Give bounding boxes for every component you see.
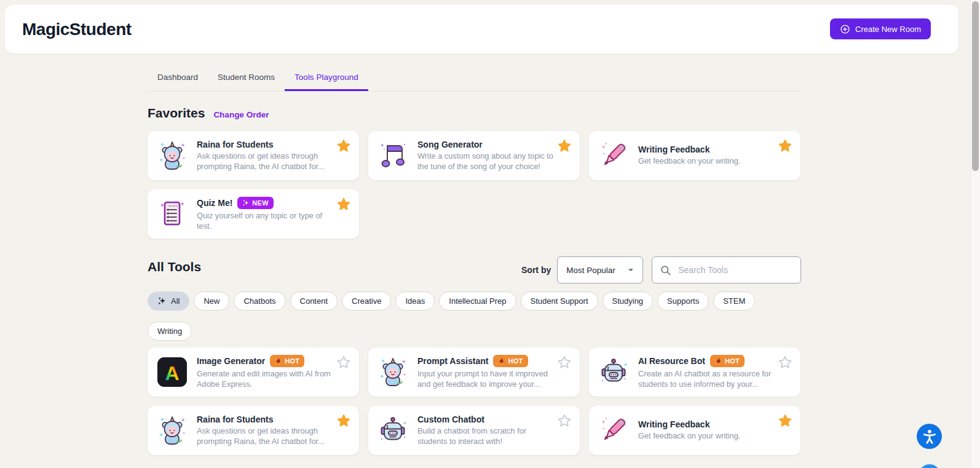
quiz-sheet-icon bbox=[156, 198, 188, 230]
badge-label: HOT bbox=[725, 357, 740, 365]
tool-card[interactable]: Raina for Students Ask questions or get … bbox=[148, 406, 359, 455]
badge-label: NEW bbox=[252, 199, 269, 207]
favorite-star-button[interactable] bbox=[336, 138, 351, 153]
tab[interactable]: Student Rooms bbox=[208, 69, 285, 91]
flame-icon bbox=[275, 357, 282, 365]
tool-card[interactable]: A Image Generator HOT Generate and edit … bbox=[148, 347, 359, 397]
raina-avatar-icon bbox=[377, 356, 409, 388]
filter-chip-label: Student Support bbox=[531, 296, 588, 306]
tool-title: AI Resource Bot bbox=[638, 356, 705, 366]
star-icon bbox=[778, 421, 792, 430]
favorite-star-button[interactable] bbox=[778, 138, 792, 153]
robot-icon bbox=[377, 414, 409, 446]
filter-chip[interactable]: Studying bbox=[603, 292, 654, 311]
filter-chip[interactable]: Chatbots bbox=[234, 292, 285, 311]
filter-chip[interactable]: Content bbox=[290, 292, 338, 311]
tool-description: Get feedback on your writing. bbox=[638, 156, 775, 166]
pink-pen-icon bbox=[598, 140, 630, 172]
tool-title: Image Generator bbox=[197, 356, 265, 366]
tool-description: Write a custom song about any topic to t… bbox=[417, 151, 554, 171]
tool-card[interactable]: Prompt Assistant HOT Input your prompt t… bbox=[368, 347, 580, 397]
filter-chip-label: Studying bbox=[612, 296, 644, 306]
filter-chip[interactable]: New bbox=[194, 292, 229, 311]
scrollbar-thumb[interactable] bbox=[972, 1, 979, 171]
tab[interactable]: Dashboard bbox=[148, 69, 208, 91]
chat-widget-button[interactable] bbox=[919, 464, 941, 468]
star-icon bbox=[557, 421, 572, 430]
star-icon bbox=[557, 146, 572, 155]
filter-chip[interactable]: All bbox=[148, 292, 189, 311]
all-tools-grid: A Image Generator HOT Generate and edit … bbox=[148, 347, 800, 455]
filter-chip-label: Content bbox=[300, 296, 328, 306]
sort-by-label: Sort by bbox=[521, 265, 551, 275]
filter-chip[interactable]: STEM bbox=[713, 292, 755, 311]
star-icon bbox=[778, 362, 792, 371]
favorite-star-button[interactable] bbox=[557, 355, 572, 370]
create-new-room-button[interactable]: Create New Room bbox=[830, 18, 931, 39]
favorites-section-head: Favorites Change Order bbox=[148, 106, 269, 121]
tool-title: Quiz Me! bbox=[197, 198, 232, 208]
favorite-star-button[interactable] bbox=[557, 138, 572, 153]
tool-card[interactable]: Custom Chatbot Build a chatbot from scra… bbox=[368, 406, 580, 455]
create-new-room-label: Create New Room bbox=[855, 25, 921, 34]
raina-avatar-icon bbox=[156, 140, 188, 172]
favorite-star-button[interactable] bbox=[778, 413, 792, 428]
filter-chip-label: Ideas bbox=[405, 296, 425, 306]
tool-description: Generate and edit images with AI from Ad… bbox=[197, 369, 333, 389]
tool-card[interactable]: Song Generator Write a custom song about… bbox=[368, 131, 580, 180]
favorite-star-button[interactable] bbox=[336, 413, 351, 428]
search-input[interactable] bbox=[677, 264, 793, 276]
filter-chip[interactable]: Creative bbox=[342, 292, 391, 311]
favorite-star-button[interactable] bbox=[336, 197, 351, 212]
badge-label: HOT bbox=[508, 357, 523, 365]
filter-chip[interactable]: Intellectual Prep bbox=[439, 292, 516, 311]
badge-label: HOT bbox=[285, 357, 299, 365]
flame-icon bbox=[715, 357, 722, 365]
tool-title: Raina for Students bbox=[197, 414, 273, 424]
tool-card[interactable]: Quiz Me! NEW Quiz yourself on any topic … bbox=[148, 189, 359, 239]
filter-chip-label: Writing bbox=[157, 327, 182, 336]
filter-chip[interactable]: Supports bbox=[657, 292, 709, 311]
star-icon bbox=[778, 146, 792, 155]
status-badge: NEW bbox=[237, 197, 274, 209]
accessibility-person-icon bbox=[921, 428, 938, 445]
filter-chip[interactable]: Writing bbox=[148, 322, 192, 341]
tool-card[interactable]: Writing Feedback Get feedback on your wr… bbox=[589, 406, 800, 455]
star-icon bbox=[336, 421, 351, 430]
filter-chip[interactable]: Student Support bbox=[521, 292, 598, 311]
svg-text:A: A bbox=[165, 362, 179, 384]
accessibility-widget-button[interactable] bbox=[917, 424, 942, 449]
tool-title: Writing Feedback bbox=[638, 419, 709, 429]
tool-description: Build a chatbot from scratch for student… bbox=[417, 426, 554, 446]
filter-chip-label: All bbox=[171, 296, 180, 306]
sparkles-icon bbox=[157, 296, 167, 306]
search-box bbox=[652, 256, 801, 284]
tool-title: Prompt Assistant bbox=[417, 356, 488, 366]
status-badge: HOT bbox=[270, 355, 304, 367]
raina-avatar-icon bbox=[156, 414, 188, 446]
sort-select-value: Most Popular bbox=[566, 266, 615, 275]
star-icon bbox=[336, 146, 351, 155]
change-order-link[interactable]: Change Order bbox=[213, 110, 269, 119]
tool-card[interactable]: Writing Feedback Get feedback on your wr… bbox=[589, 131, 800, 180]
sort-select[interactable]: Most Popular bbox=[557, 256, 643, 284]
star-icon bbox=[336, 362, 351, 371]
filter-chip-row: All New Chatbots Content Creative bbox=[148, 292, 800, 341]
chevron-down-icon bbox=[626, 266, 635, 274]
filter-chip[interactable]: Ideas bbox=[395, 292, 435, 311]
favorites-heading: Favorites bbox=[148, 106, 205, 121]
tool-card[interactable]: Raina for Students Ask questions or get … bbox=[148, 131, 359, 180]
filter-chip-label: STEM bbox=[723, 296, 745, 306]
favorite-star-button[interactable] bbox=[336, 355, 351, 370]
filter-chip-label: Intellectual Prep bbox=[449, 296, 506, 306]
filter-chip-label: Chatbots bbox=[243, 296, 275, 306]
favorite-star-button[interactable] bbox=[778, 355, 792, 370]
favorite-star-button[interactable] bbox=[557, 413, 572, 428]
tools-playground-page: MagicStudent Create New Room Dashboard S… bbox=[0, 0, 980, 468]
status-badge: HOT bbox=[710, 355, 745, 367]
plus-circle-icon bbox=[840, 24, 850, 34]
tool-card[interactable]: AI Resource Bot HOT Create an AI chatbot… bbox=[589, 347, 800, 397]
tool-description: Input your prompt to have it improved an… bbox=[417, 369, 554, 389]
app-title: MagicStudent bbox=[22, 20, 132, 39]
tab[interactable]: Tools Playground bbox=[285, 69, 368, 91]
